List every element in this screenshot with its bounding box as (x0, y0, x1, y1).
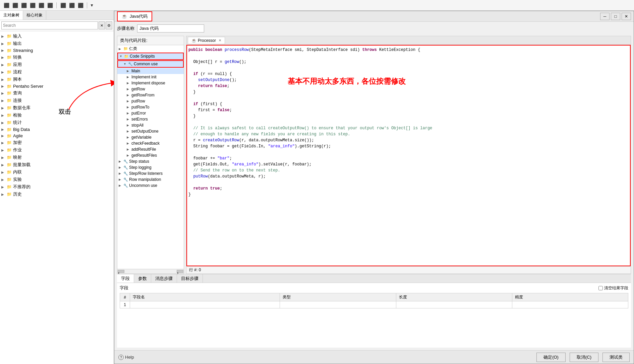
snippets-hscroll[interactable]: ‹ › (117, 269, 184, 274)
field-precision[interactable] (512, 301, 628, 308)
tree-item-history[interactable]: ▶ 📁 历史 (0, 191, 114, 198)
tree-item-flow[interactable]: ▶ 📁 流程 (0, 68, 114, 76)
test-class-button[interactable]: 测试类 (602, 353, 630, 362)
toolbar-icon-2[interactable]: ⬛ (11, 2, 19, 9)
tree-item-query[interactable]: ▶ 📁 查询 (0, 89, 114, 97)
toolbar-icon-9[interactable]: ⬛ (77, 2, 84, 9)
code-tab-processor[interactable]: ☕ Processor ✕ (188, 37, 225, 44)
snippet-item-addresultfile[interactable]: ▶ addResultFile (117, 146, 184, 152)
tree-item-mapping[interactable]: ▶ 📁 映射 (0, 154, 114, 161)
snippet-arrow: ▶ (127, 154, 131, 157)
snippet-arrow: ▶ (127, 130, 131, 133)
code-tabs: ☕ Processor ✕ (186, 36, 631, 45)
snippet-item-putrow[interactable]: ▶ putRow (117, 98, 184, 104)
tree-item-streaming[interactable]: ▶ 📁 Streaming (0, 47, 114, 54)
toolbar-icon-1[interactable]: ⬛ (3, 2, 10, 9)
snippet-item-implement-dispose[interactable]: ▶ Implement dispose (117, 80, 184, 86)
snippet-item-uncommon-use[interactable]: ▶ 🔧 Uncommon use (117, 183, 184, 189)
search-input[interactable] (1, 21, 98, 29)
tree-item-stats[interactable]: ▶ 📁 统计 (0, 119, 114, 126)
field-length[interactable] (396, 301, 512, 308)
tab-fields[interactable]: 字段 (117, 274, 134, 283)
cancel-button[interactable]: 取消(C) (570, 353, 598, 362)
tree-arrow: ▶ (1, 163, 7, 167)
clear-results-checkbox[interactable] (598, 286, 603, 290)
snippet-item-common-use[interactable]: ▼ 🔧 Common use (117, 60, 184, 68)
tree-item-validate[interactable]: ▶ 📁 检验 (0, 112, 114, 119)
field-type[interactable] (280, 301, 396, 308)
tree-item-job[interactable]: ▶ 📁 作业 (0, 146, 114, 154)
step-name-input[interactable] (137, 24, 204, 32)
dialog-title-tab[interactable]: ☕ Java代码 (117, 11, 152, 21)
fields-header: 字段 清空结果字段 (120, 285, 628, 291)
folder-icon: 📁 (124, 54, 129, 59)
help-button[interactable]: ? Help (118, 355, 134, 360)
toolbar-icon-5[interactable]: ⬛ (38, 2, 45, 9)
snippet-item-seterrors[interactable]: ▶ setErrors (117, 116, 184, 122)
snippet-item-class[interactable]: ▶ 📁 仁类 (117, 45, 184, 52)
tree-arrow: ▶ (1, 49, 7, 52)
tree-item-bulk-load[interactable]: ▶ 📁 批量加载 (0, 161, 114, 168)
snippet-item-implement-init[interactable]: ▶ Implement init (117, 74, 184, 80)
close-button[interactable]: ✕ (622, 13, 631, 20)
snippet-item-stopall[interactable]: ▶ stopAll (117, 122, 184, 128)
tree-item-input[interactable]: ▶ 📁 输入 (0, 32, 114, 40)
toolbar-icon-4[interactable]: ⬛ (29, 2, 36, 9)
search-clear-button[interactable]: ✕ (99, 21, 105, 29)
snippet-item-code-snippits[interactable]: ▼ 📁 Code Snippits (117, 53, 184, 60)
toolbar-icon-7[interactable]: ⬛ (59, 2, 67, 9)
snippet-arrow: ▶ (127, 75, 131, 79)
tree-item-pentaho[interactable]: ▶ 📁 Pentaho Server (0, 83, 114, 89)
snippet-item-main[interactable]: ▶ Main (117, 68, 184, 74)
snippet-item-step-logging[interactable]: ▶ 🔧 Step logging (117, 164, 184, 170)
tree-item-connect[interactable]: ▶ 📁 连接 (0, 97, 114, 104)
snippet-item-puterror[interactable]: ▶ putError (117, 110, 184, 116)
tree-item-warehouse[interactable]: ▶ 📁 数据仓库 (0, 104, 114, 112)
snippet-arrow: ▶ (119, 160, 123, 163)
snippet-item-getresultfiles[interactable]: ▶ getResultFiles (117, 152, 184, 158)
field-name[interactable] (130, 301, 280, 308)
tree-item-transform[interactable]: ▶ 📁 转换 (0, 54, 114, 61)
tree-item-output[interactable]: ▶ 📁 输出 (0, 40, 114, 47)
tree-item-experiment[interactable]: ▶ 📁 实验 (0, 176, 114, 183)
maximize-button[interactable]: □ (611, 13, 620, 20)
tree-item-script[interactable]: ▶ 📁 脚本 (0, 76, 114, 83)
action-bar: ? Help 确定(O) 取消(C) 测试类 (114, 350, 634, 364)
tree-item-agile[interactable]: ▶ 📁 Agile (0, 133, 114, 139)
tree-item-deprecated[interactable]: ▶ 📁 不推荐的 (0, 183, 114, 191)
snippet-item-step-status[interactable]: ▶ 🔧 Step status (117, 158, 184, 164)
snippet-item-checkfeedback[interactable]: ▶ checkFeedback (117, 140, 184, 146)
scroll-left-btn[interactable]: ‹ (118, 270, 124, 273)
tree-item-encrypt[interactable]: ▶ 📁 加密 (0, 139, 114, 146)
search-options-button[interactable]: ⚙ (106, 21, 112, 29)
code-editor-area[interactable]: 基本不用动太多东西，各位按需修改 public boolean processR… (186, 45, 631, 266)
tab-message-steps[interactable]: 消息步骤 (151, 274, 177, 283)
toolbar-icon-3[interactable]: ⬛ (20, 2, 27, 9)
tab-params[interactable]: 参数 (134, 274, 151, 283)
tab-close-icon[interactable]: ✕ (219, 39, 221, 42)
bottom-tabs: 字段 参数 消息步骤 目标步骤 (117, 274, 631, 283)
tree-item-apply[interactable]: ▶ 📁 应用 (0, 61, 114, 68)
bottom-area: 字段 参数 消息步骤 目标步骤 字段 (117, 274, 631, 348)
toolbar-icon-8[interactable]: ⬛ (68, 2, 75, 9)
tree-item-bigdata[interactable]: ▶ 📁 Big Data (0, 126, 114, 133)
scroll-right-btn[interactable]: › (177, 270, 183, 273)
tab-target-steps[interactable]: 目标步骤 (177, 274, 203, 283)
toolbar: ⬛ ⬛ ⬛ ⬛ ⬛ ⬛ ⬛ ⬛ ⬛ ▼ (0, 0, 634, 11)
snippet-item-getrowfrom[interactable]: ▶ getRowFrom (117, 92, 184, 98)
snippet-item-setoutputdone[interactable]: ▶ setOutputDone (117, 128, 184, 134)
tab-main-objects[interactable]: 主对象树 (0, 11, 23, 20)
folder-icon: 📁 (7, 192, 12, 197)
toolbar-icon-6[interactable]: ⬛ (46, 2, 54, 9)
tree-item-inline[interactable]: ▶ 📁 内联 (0, 168, 114, 176)
snippet-item-getrow[interactable]: ▶ getRow (117, 86, 184, 92)
confirm-button[interactable]: 确定(O) (536, 353, 566, 362)
snippet-item-putrowto[interactable]: ▶ putRowTo (117, 104, 184, 110)
tab-core-objects[interactable]: 核心对象 (23, 11, 46, 20)
snippet-item-row-manipulation[interactable]: ▶ 🔧 Row manipulation (117, 176, 184, 183)
snippet-arrow: ▶ (119, 178, 123, 181)
minimize-button[interactable]: ─ (600, 13, 610, 20)
toolbar-dropdown[interactable]: ▼ (90, 3, 94, 8)
snippet-item-step-row-listeners[interactable]: ▶ 🔧 Step/Row listeners (117, 170, 184, 176)
snippet-item-getvariable[interactable]: ▶ getVariable (117, 134, 184, 140)
